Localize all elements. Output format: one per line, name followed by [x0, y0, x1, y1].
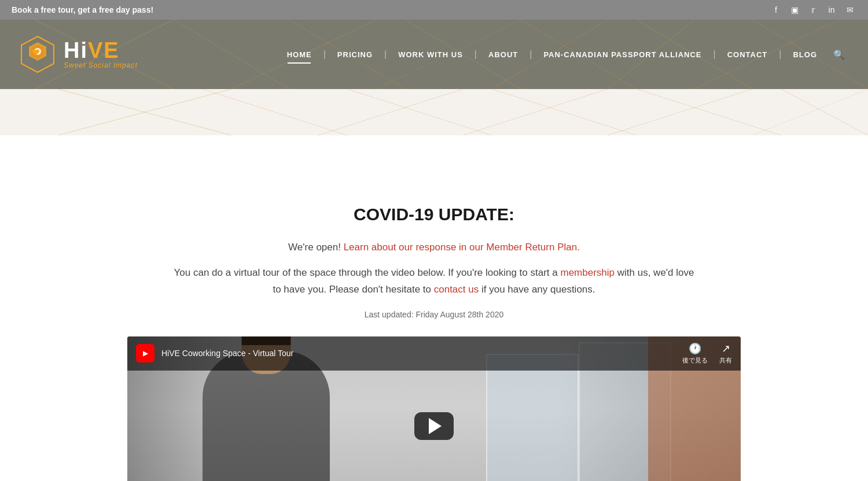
- main-nav: HOME | PRICING | WORK WITH US | ABOUT | …: [277, 49, 851, 60]
- nav-sep-4: |: [528, 49, 533, 60]
- open-text-before: We're open!: [288, 242, 344, 253]
- video-container[interactable]: HiVE Coworking Space - Virtual Tour 🕐 後で…: [127, 336, 741, 481]
- glass-partition-1: [486, 354, 579, 481]
- hero-strip-svg: [0, 89, 868, 135]
- social-icons: f ▣ 𝕣 in ✉: [770, 3, 856, 16]
- hero-strip: [0, 89, 868, 135]
- video-top-bar: HiVE Coworking Space - Virtual Tour 🕐 後で…: [127, 336, 741, 371]
- nav-home[interactable]: HOME: [277, 50, 322, 59]
- covid-title: COVID-19 UPDATE:: [98, 205, 770, 224]
- linkedin-icon[interactable]: in: [825, 3, 838, 16]
- svg-line-2: [174, 20, 289, 89]
- top-bar-message: Book a free tour, get a free day pass!: [12, 5, 153, 14]
- nav-sep-3: |: [473, 49, 478, 60]
- nav-work-with-us[interactable]: WORK WITH US: [388, 50, 473, 59]
- share-action[interactable]: ↗ 共有: [719, 342, 732, 365]
- header: HiVE Sweet Social Impact HOME | PRICING …: [0, 20, 868, 89]
- nav-sep-5: |: [712, 49, 717, 60]
- watch-later-icon: 🕐: [689, 342, 701, 355]
- watch-later-action[interactable]: 🕐 後で見る: [682, 342, 708, 365]
- nav-sep-6: |: [778, 49, 782, 60]
- watch-later-label: 後で見る: [682, 356, 708, 365]
- play-triangle-icon: [429, 418, 442, 434]
- logo-text-area: HiVE Sweet Social Impact: [64, 39, 138, 69]
- logo-subtitle: Sweet Social Impact: [64, 61, 138, 69]
- facebook-icon[interactable]: f: [770, 3, 782, 16]
- logo-area[interactable]: HiVE Sweet Social Impact: [17, 34, 138, 75]
- search-icon[interactable]: 🔍: [827, 49, 851, 60]
- main-content: COVID-19 UPDATE: We're open! Learn about…: [87, 170, 781, 481]
- instagram-icon[interactable]: ▣: [788, 3, 801, 16]
- video-top-actions: 🕐 後で見る ↗ 共有: [682, 342, 732, 365]
- twitter-icon[interactable]: 𝕣: [807, 3, 819, 16]
- last-updated: Last updated: Friday August 28th 2020: [98, 310, 770, 319]
- share-label: 共有: [719, 356, 732, 365]
- youtube-logo: [136, 344, 155, 362]
- play-button[interactable]: [414, 412, 454, 440]
- main-content-wrapper: COVID-19 UPDATE: We're open! Learn about…: [0, 135, 868, 481]
- logo-text: HiVE: [64, 39, 138, 61]
- body-before: You can do a virtual tour of the space t…: [174, 267, 561, 278]
- share-icon: ↗: [722, 342, 730, 355]
- nav-pricing[interactable]: PRICING: [327, 50, 383, 59]
- svg-rect-17: [0, 89, 868, 135]
- covid-open-text: We're open! Learn about our response in …: [98, 242, 770, 253]
- nav-passport-alliance[interactable]: PAN-CANADIAN PASSPORT ALLIANCE: [533, 50, 712, 59]
- membership-link[interactable]: membership: [560, 267, 615, 278]
- nav-about[interactable]: ABOUT: [478, 50, 528, 59]
- contact-us-link[interactable]: contact us: [434, 284, 479, 295]
- logo-icon: [17, 34, 58, 75]
- email-icon[interactable]: ✉: [844, 3, 856, 16]
- member-return-plan-link[interactable]: Learn about our response in our Member R…: [344, 242, 580, 253]
- top-bar: Book a free tour, get a free day pass! f…: [0, 0, 868, 20]
- covid-body-text: You can do a virtual tour of the space t…: [174, 265, 694, 298]
- nav-contact[interactable]: CONTACT: [717, 50, 778, 59]
- nav-sep-2: |: [383, 49, 388, 60]
- body-after: if you have any questions.: [479, 284, 595, 295]
- video-title: HiVE Coworking Space - Virtual Tour: [161, 349, 293, 358]
- nav-blog[interactable]: BLOG: [782, 50, 827, 59]
- nav-sep-1: |: [322, 49, 327, 60]
